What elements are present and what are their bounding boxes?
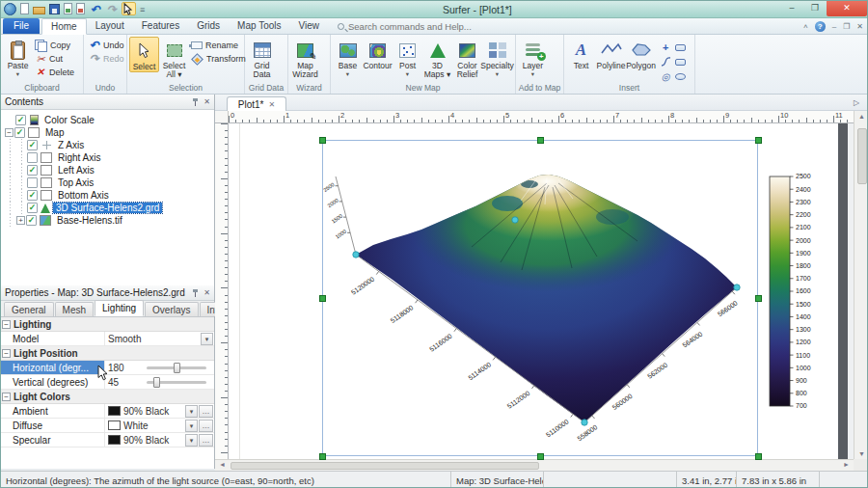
tree-item-label[interactable]: Top Axis xyxy=(55,177,96,188)
tab-file[interactable]: File xyxy=(3,18,40,34)
ribbon-button-contour[interactable]: Contour xyxy=(363,37,393,70)
color-swatch[interactable] xyxy=(108,406,121,416)
pin-icon[interactable] xyxy=(192,98,199,106)
property-label[interactable]: Horizontal (degr... xyxy=(1,361,105,374)
ribbon-button-text[interactable]: AText xyxy=(566,37,596,70)
scroll-left-icon[interactable]: ◄ xyxy=(219,461,226,468)
new-file-icon[interactable] xyxy=(20,3,29,16)
tree-checkbox[interactable]: ✓ xyxy=(27,140,38,150)
undo-icon[interactable]: ↶ xyxy=(89,5,101,15)
save-icon[interactable] xyxy=(49,4,60,16)
properties-tab-lighting[interactable]: Lighting xyxy=(95,300,144,316)
dropdown-icon[interactable]: ▾ xyxy=(185,434,198,447)
vertex-handle[interactable] xyxy=(734,285,740,290)
ribbon-button-rect2-icon[interactable] xyxy=(673,55,687,68)
property-label[interactable]: Specular xyxy=(1,433,105,447)
document-tab-plot1[interactable]: Plot1* ✕ xyxy=(227,96,286,112)
tab-view[interactable]: View xyxy=(290,18,329,34)
map-object[interactable]: 5120000511800051160005114000511200051100… xyxy=(322,146,739,442)
vertical-scrollbar[interactable]: ▲ ▼ xyxy=(854,111,868,459)
tree-checkbox[interactable]: ✓ xyxy=(27,203,38,213)
ribbon-button-base[interactable]: Base▾ xyxy=(333,37,363,77)
property-label[interactable]: Model xyxy=(1,332,105,345)
maximize-button[interactable]: ❐ xyxy=(803,1,827,16)
tree-item-3d-surface-helens2-grd[interactable]: ✓3D Surface-Helens2.grd xyxy=(5,202,214,214)
color-swatch[interactable] xyxy=(108,420,121,430)
slider-track[interactable] xyxy=(147,381,206,384)
customize-icon[interactable]: ≡ xyxy=(140,4,145,16)
tab-grids[interactable]: Grids xyxy=(188,18,229,34)
ribbon-button-specialty[interactable]: Specialty▾ xyxy=(482,37,512,77)
ribbon-button-copy[interactable]: Copy xyxy=(33,40,76,51)
selection-handle[interactable] xyxy=(319,453,326,460)
selection-handle[interactable] xyxy=(319,295,326,302)
color-scale-object[interactable]: 7008009001000110012001300140015001600170… xyxy=(770,173,811,409)
tree-item-map[interactable]: −✓Map xyxy=(5,126,214,139)
tab-map-tools[interactable]: Map Tools xyxy=(229,18,289,34)
section-collapse-icon[interactable]: − xyxy=(2,320,11,329)
ribbon-button-post[interactable]: Post▾ xyxy=(393,37,422,77)
collapse-ribbon-icon[interactable]: ˄ xyxy=(803,22,808,31)
ribbon-button-transform[interactable]: Transform xyxy=(189,53,248,65)
doc-minimize-icon[interactable]: – xyxy=(832,22,836,31)
import-icon[interactable] xyxy=(64,3,72,16)
property-value[interactable]: Smooth xyxy=(108,334,141,344)
selection-handle[interactable] xyxy=(319,137,326,144)
ribbon-button-delete[interactable]: ✕Delete xyxy=(33,67,76,78)
tree-checkbox[interactable]: ✓ xyxy=(27,190,38,201)
doc-close-icon[interactable]: ✕ xyxy=(856,22,863,31)
scroll-down-icon[interactable]: ▼ xyxy=(854,450,868,457)
ribbon-button-layer[interactable]: Layer▾ xyxy=(518,37,548,77)
ribbon-button-polyline[interactable]: Polyline xyxy=(596,37,626,70)
ribbon-button-polygon[interactable]: Polygon xyxy=(626,37,656,70)
dropdown-icon[interactable]: ▾ xyxy=(185,405,198,418)
dropdown-icon[interactable]: ▾ xyxy=(185,420,198,432)
tree-item-label[interactable]: Map xyxy=(42,127,67,138)
tree-expander-icon[interactable]: + xyxy=(16,216,25,225)
property-section-light-position[interactable]: −Light Position xyxy=(1,346,214,361)
tab-close-icon[interactable]: ✕ xyxy=(268,100,275,109)
tab-features[interactable]: Features xyxy=(133,18,188,34)
dropdown-icon[interactable]: ▾ xyxy=(201,333,213,345)
property-value[interactable]: White xyxy=(123,420,149,431)
ribbon-button-curve-icon[interactable] xyxy=(659,55,672,68)
search-input[interactable] xyxy=(348,21,493,32)
property-value[interactable]: 45 xyxy=(108,377,119,388)
tree-checkbox[interactable]: ✓ xyxy=(14,127,25,138)
property-value[interactable]: 180 xyxy=(108,363,124,373)
tree-item-color-scale[interactable]: ✓Color Scale xyxy=(5,114,214,126)
tree-item-label[interactable]: 3D Surface-Helens2.grd xyxy=(53,203,162,213)
slider-thumb[interactable] xyxy=(153,377,160,388)
tree-item-z-axis[interactable]: ✓Z Axis xyxy=(5,139,214,151)
tree-checkbox[interactable]: ✓ xyxy=(27,165,38,176)
slider-track[interactable] xyxy=(147,366,206,369)
tab-home[interactable]: Home xyxy=(41,18,87,35)
pin-icon[interactable] xyxy=(192,289,199,297)
tree-item-label[interactable]: Right Axis xyxy=(55,152,103,163)
ribbon-button-paste[interactable]: Paste▾ xyxy=(3,37,33,77)
doc-restore-icon[interactable]: ❐ xyxy=(843,22,850,31)
tree-item-top-axis[interactable]: Top Axis xyxy=(5,176,214,189)
selection-handle[interactable] xyxy=(537,137,544,144)
tree-item-base-helens-tif[interactable]: +✓Base-Helens.tif xyxy=(5,214,214,227)
ribbon-button-circle-icon[interactable]: ◎ xyxy=(659,69,672,83)
export-icon[interactable] xyxy=(76,3,85,16)
property-label[interactable]: Vertical (degrees) xyxy=(1,375,105,389)
selection-handle[interactable] xyxy=(755,137,762,144)
ribbon-button-ellipse-icon[interactable] xyxy=(673,69,687,83)
tree-item-right-axis[interactable]: Right Axis xyxy=(5,151,214,164)
tree-item-bottom-axis[interactable]: ✓Bottom Axis xyxy=(5,189,214,202)
color-swatch[interactable] xyxy=(108,435,121,445)
properties-tab-general[interactable]: General xyxy=(4,302,54,316)
ribbon-button-redo[interactable]: ↷Redo xyxy=(86,53,126,65)
property-value[interactable]: 90% Black xyxy=(123,435,169,446)
selection-handle[interactable] xyxy=(537,453,544,460)
horizontal-scroll-thumb[interactable] xyxy=(231,462,539,470)
more-options-button[interactable]: … xyxy=(199,420,213,432)
redo-icon[interactable]: ↷ xyxy=(105,5,118,15)
tab-layout[interactable]: Layout xyxy=(87,18,133,34)
more-options-button[interactable]: … xyxy=(199,434,213,447)
tree-checkbox[interactable] xyxy=(27,177,38,188)
select-tool-icon[interactable] xyxy=(122,2,136,17)
vertex-handle[interactable] xyxy=(582,420,587,425)
